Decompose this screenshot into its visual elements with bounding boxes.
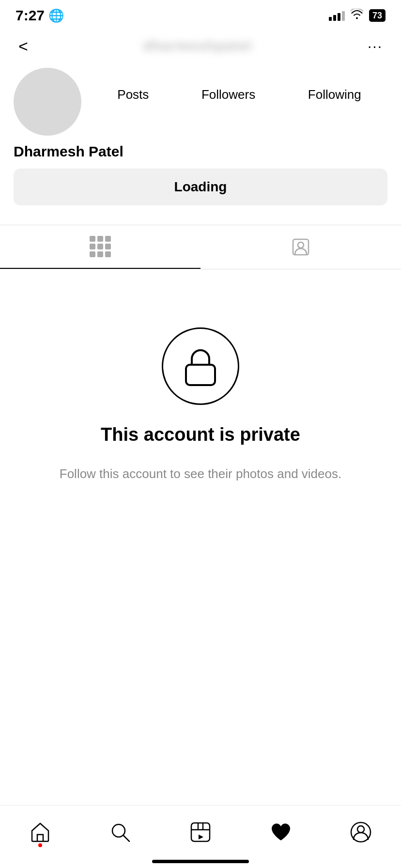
nav-reels[interactable] — [181, 815, 220, 849]
status-time: 7:27 🌐 — [15, 7, 64, 24]
followers-label: Followers — [201, 87, 255, 102]
lock-icon — [181, 344, 220, 388]
svg-line-4 — [123, 836, 129, 841]
stats-row: Posts Followers Following — [91, 68, 387, 102]
bottom-nav — [0, 805, 401, 868]
notification-dot — [38, 843, 42, 847]
time-display: 7:27 — [15, 7, 45, 24]
status-bar: 7:27 🌐 73 — [0, 0, 401, 29]
lock-circle — [162, 327, 239, 405]
wifi-icon — [351, 9, 363, 22]
following-label: Following — [308, 87, 361, 102]
profile-name: Dharmesh Patel — [14, 143, 387, 160]
globe-icon: 🌐 — [48, 8, 64, 23]
battery-level: 73 — [372, 11, 382, 21]
battery-icon: 73 — [369, 9, 386, 22]
reels-icon — [188, 820, 213, 844]
grid-icon — [90, 236, 111, 257]
svg-point-7 — [357, 826, 364, 833]
posts-label: Posts — [117, 87, 149, 102]
nav-likes[interactable] — [262, 815, 300, 849]
nav-search[interactable] — [101, 815, 139, 849]
nav-profile[interactable] — [341, 815, 380, 849]
more-options-button[interactable]: ··· — [363, 36, 387, 56]
private-account-title: This account is private — [101, 424, 300, 445]
profile-icon — [349, 820, 373, 844]
signal-icon — [329, 10, 345, 21]
tab-grid[interactable] — [0, 225, 200, 269]
status-icons: 73 — [329, 9, 386, 22]
posts-stat[interactable]: Posts — [117, 87, 149, 102]
person-tag-icon — [290, 236, 311, 258]
back-button[interactable]: < — [14, 35, 33, 58]
content-tabs — [0, 225, 401, 269]
private-account-subtitle: Follow this account to see their photos … — [60, 465, 341, 483]
nav-home[interactable] — [21, 815, 60, 849]
svg-point-1 — [298, 242, 304, 248]
svg-rect-2 — [186, 365, 215, 385]
profile-top: Posts Followers Following — [14, 68, 387, 136]
home-indicator — [152, 860, 249, 863]
avatar — [14, 68, 81, 136]
profile-section: Posts Followers Following Dharmesh Patel… — [0, 63, 401, 225]
heart-icon — [269, 820, 293, 844]
search-icon — [108, 820, 132, 844]
home-icon — [28, 820, 52, 844]
tab-tagged[interactable] — [200, 225, 401, 269]
private-content: This account is private Follow this acco… — [0, 269, 401, 512]
svg-point-3 — [112, 824, 125, 837]
header-nav: < dharmeshpatel ··· — [0, 29, 401, 63]
following-stat[interactable]: Following — [308, 87, 361, 102]
followers-stat[interactable]: Followers — [201, 87, 255, 102]
svg-rect-5 — [191, 823, 210, 841]
loading-button[interactable]: Loading — [14, 169, 387, 205]
username-header: dharmeshpatel — [33, 38, 363, 54]
